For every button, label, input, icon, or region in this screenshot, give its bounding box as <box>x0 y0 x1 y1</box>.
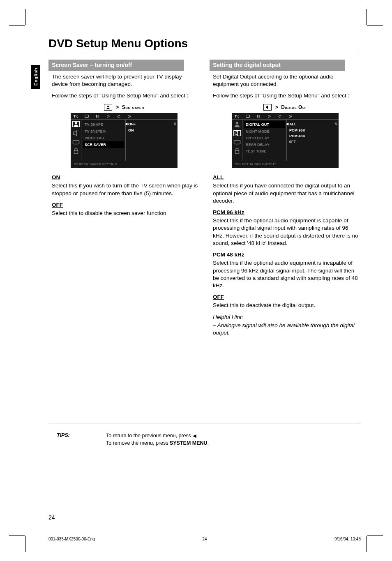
osd-graphic-screensaver: > Scr saver T♫ <box>71 104 178 169</box>
footer-page: 24 <box>152 537 256 541</box>
option-text-pcm48: Select this if the optional audio equipm… <box>213 259 361 289</box>
osd-sub-item: PCM 48K <box>288 133 337 139</box>
osd-side-subtitle-icon <box>233 139 241 145</box>
tips-system-menu: SYSTEM MENU <box>170 440 208 446</box>
osd-side-subtitle-icon <box>72 139 80 145</box>
osd-item: TEST TONE <box>244 148 285 155</box>
svg-rect-7 <box>246 115 249 118</box>
osd-item: REAR DELAY <box>244 141 285 148</box>
osd-tab-text-icon: T♫ <box>71 113 81 119</box>
triangle-down-icon: ▽ <box>174 122 176 127</box>
osd-side-speaker-icon <box>233 130 241 136</box>
svg-rect-3 <box>98 115 99 118</box>
footer-timestamp: 9/16/04, 10:48 <box>257 537 361 541</box>
option-heading-pcm96: PCM 96 kHz <box>213 209 361 216</box>
person-icon <box>104 104 112 111</box>
language-label: English <box>33 68 38 85</box>
tips-rule <box>48 423 361 423</box>
menu-label-digitalout: Digital Out <box>281 104 307 110</box>
osd-item: TV SYSTEM <box>83 128 124 135</box>
osd-item-selected: SCR SAVER <box>83 141 124 148</box>
osd-item: TV SHAPE <box>83 121 124 128</box>
osd-item: NIGHT MODE <box>244 128 285 135</box>
osd-footer: SELECT AUDIO OUTPUT <box>232 161 339 168</box>
osd-item: VIDOT OUT <box>83 135 124 141</box>
tips-body: To return to the previous menu, press ◀.… <box>106 432 361 447</box>
osd-sub-item: ON <box>127 127 176 133</box>
svg-rect-6 <box>74 151 78 154</box>
osd-side-person-icon <box>233 121 241 127</box>
tips-label: TIPS: <box>57 432 106 438</box>
osd-sub-item: 0FF <box>288 139 337 145</box>
osd-tab-play-icon <box>264 113 274 119</box>
osd-sub-item: PCM 96K <box>288 127 337 133</box>
osd-footer: SCREEN SAVER SETTING <box>71 161 178 168</box>
tips-line2a: To remove the menu, press <box>106 440 170 446</box>
osd-graphic-digitalout: > Digital Out T♫ <box>232 104 339 169</box>
option-text-off2: Select this to deactivate the digital ou… <box>213 302 361 309</box>
svg-rect-9 <box>259 115 260 118</box>
osd-side-speaker-icon <box>72 130 80 136</box>
language-tab: English <box>31 65 40 89</box>
osd-tab-ffwd-icon <box>285 113 296 119</box>
svg-rect-12 <box>235 151 239 154</box>
option-text-on: Select this if you wish to turn off the … <box>52 182 200 197</box>
svg-rect-11 <box>234 141 240 144</box>
osd-item: CNTR DELAY <box>244 135 285 141</box>
triangle-left-icon: ◀ <box>125 122 127 127</box>
osd-tab-rew-icon <box>113 113 124 119</box>
svg-rect-1 <box>85 115 88 118</box>
triangle-left-icon: ◀ <box>286 122 288 127</box>
print-footer: 001-035-MX2500-00-Eng 24 9/16/04, 10:48 <box>48 537 361 541</box>
section-header-digitalout: Setting the digital output <box>210 60 345 71</box>
speaker-icon <box>263 104 272 111</box>
tips-line1b: . <box>196 433 197 439</box>
osd-tab-tv-icon <box>242 113 253 119</box>
left-column: Screen Saver – turning on/off The screen… <box>48 59 200 341</box>
tips-row: TIPS: To return to the previous menu, pr… <box>48 430 361 447</box>
right-column: Setting the digital output Set Digital O… <box>210 59 361 341</box>
osd-tab-ffwd-icon <box>124 113 135 119</box>
screensaver-intro: The screen saver will help to prevent yo… <box>48 73 200 88</box>
chevron-right-icon: > <box>116 104 119 110</box>
option-text-pcm96: Select this if the optional audio equipm… <box>213 217 361 247</box>
page-title: DVD Setup Menu Options <box>48 37 361 50</box>
osd-item-selected: DIGITAL OUT <box>244 121 285 128</box>
svg-point-4 <box>75 122 77 124</box>
osd-sub-item: OFF <box>127 121 176 127</box>
osd-tab-text-icon: T♫ <box>232 113 242 119</box>
osd-tab-tv-icon <box>81 113 92 119</box>
menu-label-scrsaver: Scr saver <box>122 104 144 110</box>
osd-tab-play-icon <box>103 113 113 119</box>
osd-tab-color-icon <box>92 113 103 119</box>
hint-text: – Analogue signal will also be available… <box>213 322 361 337</box>
option-heading-pcm48: PCM 48 kHz <box>213 251 361 259</box>
osd-side-lock-icon <box>233 148 241 154</box>
option-heading-off2: OFF <box>213 293 361 301</box>
tips-line1a: To return to the previous menu, press <box>106 433 193 439</box>
hint-heading: Helpful Hint: <box>213 314 361 321</box>
osd-tab-rew-icon <box>274 113 285 119</box>
svg-rect-5 <box>73 141 79 144</box>
osd-tab-color-icon <box>253 113 264 119</box>
screensaver-steps: Follow the steps of "Using the Setup Men… <box>48 92 200 99</box>
page-number: 24 <box>48 514 55 521</box>
footer-filename: 001-035-MX2500-00-Eng <box>48 537 152 541</box>
osd-side-person-icon <box>72 121 80 127</box>
option-heading-all: ALL <box>213 174 361 181</box>
triangle-down-icon: ▽ <box>335 122 337 127</box>
svg-rect-8 <box>258 115 258 118</box>
option-text-off: Select this to disable the screen saver … <box>52 210 200 217</box>
section-header-screensaver: Screen Saver – turning on/off <box>48 60 184 71</box>
chevron-right-icon: > <box>275 104 278 110</box>
option-heading-off: OFF <box>52 201 200 209</box>
osd-sub-item: ALL <box>288 121 337 127</box>
title-rule <box>48 52 361 52</box>
digitalout-intro: Set Digital Output according to the opti… <box>210 73 361 88</box>
triangle-left-icon: ◀ <box>193 433 196 438</box>
option-text-all: Select this if you have connected the di… <box>213 182 361 205</box>
option-heading-on: ON <box>52 174 200 181</box>
svg-point-0 <box>107 106 109 107</box>
tips-line2c: . <box>208 440 209 446</box>
svg-point-10 <box>236 122 238 124</box>
